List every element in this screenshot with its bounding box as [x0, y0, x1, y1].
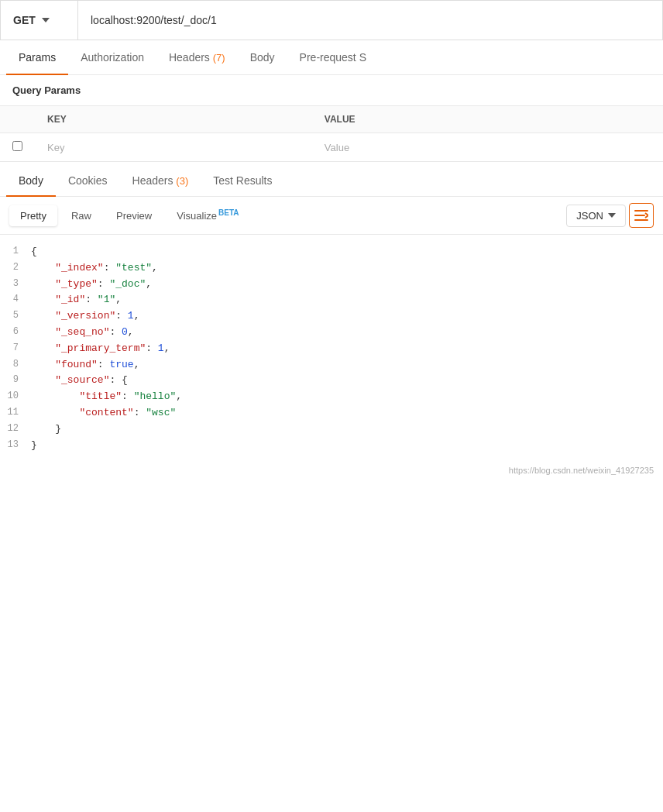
value-cell[interactable]: Value [312, 133, 663, 162]
query-params-section: Query Params KEY VALUE Key Value [0, 75, 663, 162]
raw-button[interactable]: Raw [60, 205, 102, 226]
key-col-header: KEY [35, 106, 312, 133]
tab-headers[interactable]: Headers (7) [156, 40, 238, 74]
query-params-title: Query Params [0, 75, 663, 106]
wrap-button[interactable] [629, 203, 654, 228]
watermark: https://blog.csdn.net/weixin_41927235 [0, 463, 663, 481]
line-number: 11 [0, 405, 31, 420]
visualize-button[interactable]: VisualizeBETA [166, 204, 249, 226]
chevron-down-icon [608, 213, 616, 218]
line-number: 8 [0, 357, 31, 372]
pretty-button[interactable]: Pretty [9, 205, 57, 226]
line-number: 9 [0, 373, 31, 387]
resp-tab-test-results[interactable]: Test Results [201, 165, 284, 196]
line-number: 7 [0, 341, 31, 356]
line-number: 3 [0, 277, 31, 291]
code-line: 11 "content": "wsc" [0, 405, 663, 421]
line-content: "content": "wsc" [31, 405, 663, 421]
tab-params[interactable]: Params [6, 40, 68, 74]
tab-prerequest[interactable]: Pre-request S [287, 40, 379, 74]
line-content: "_seq_no": 0, [31, 325, 663, 341]
code-line: 1{ [0, 244, 663, 260]
preview-button[interactable]: Preview [105, 205, 163, 226]
table-row: Key Value [0, 133, 663, 162]
code-line: 9 "_source": { [0, 373, 663, 389]
line-content: "found": true, [31, 357, 663, 373]
code-line: 2 "_index": "test", [0, 260, 663, 277]
line-number: 5 [0, 308, 31, 323]
code-line: 4 "_id": "1", [0, 292, 663, 308]
line-content: "_source": { [31, 373, 663, 389]
line-number: 10 [0, 389, 31, 404]
line-number: 4 [0, 292, 31, 307]
tab-body[interactable]: Body [238, 40, 287, 74]
svg-rect-2 [634, 219, 648, 221]
svg-rect-1 [634, 215, 645, 216]
key-cell[interactable]: Key [35, 133, 312, 162]
line-content: { [31, 244, 663, 260]
line-content: "title": "hello", [31, 389, 663, 405]
line-content: } [31, 438, 663, 454]
code-area: 1{2 "_index": "test",3 "_type": "_doc",4… [0, 235, 663, 463]
resp-tab-headers[interactable]: Headers (3) [120, 165, 201, 196]
line-number: 2 [0, 260, 31, 275]
response-tabs: Body Cookies Headers (3) Test Results [0, 165, 663, 197]
line-number: 1 [0, 244, 31, 259]
method-label: GET [13, 14, 36, 26]
json-format-dropdown[interactable]: JSON [566, 205, 626, 227]
value-col-header: VALUE [312, 106, 663, 133]
method-dropdown[interactable]: GET [1, 1, 78, 40]
resp-tab-cookies[interactable]: Cookies [56, 165, 120, 196]
row-checkbox[interactable] [0, 133, 35, 162]
code-line: 6 "_seq_no": 0, [0, 325, 663, 341]
line-content: "_index": "test", [31, 260, 663, 277]
url-input[interactable] [78, 14, 662, 26]
checkbox-col-header [0, 106, 35, 133]
code-line: 8 "found": true, [0, 357, 663, 373]
code-line: 10 "title": "hello", [0, 389, 663, 405]
resp-tab-body[interactable]: Body [6, 165, 56, 196]
code-line: 3 "_type": "_doc", [0, 277, 663, 293]
line-number: 13 [0, 438, 31, 452]
line-number: 12 [0, 421, 31, 436]
svg-rect-0 [634, 210, 648, 212]
code-line: 5 "_version": 1, [0, 308, 663, 325]
chevron-down-icon [42, 18, 50, 22]
line-content: "_primary_term": 1, [31, 341, 663, 357]
url-bar: GET [0, 0, 663, 40]
tab-authorization[interactable]: Authorization [68, 40, 156, 74]
code-line: 12 } [0, 421, 663, 438]
line-content: "_id": "1", [31, 292, 663, 308]
code-line: 13} [0, 438, 663, 454]
line-content: "_type": "_doc", [31, 277, 663, 293]
request-tabs: Params Authorization Headers (7) Body Pr… [0, 40, 663, 75]
code-line: 7 "_primary_term": 1, [0, 341, 663, 357]
line-content: "_version": 1, [31, 308, 663, 325]
line-content: } [31, 421, 663, 438]
params-table: KEY VALUE Key Value [0, 106, 663, 162]
format-bar: Pretty Raw Preview VisualizeBETA JSON [0, 197, 663, 235]
line-number: 6 [0, 325, 31, 339]
